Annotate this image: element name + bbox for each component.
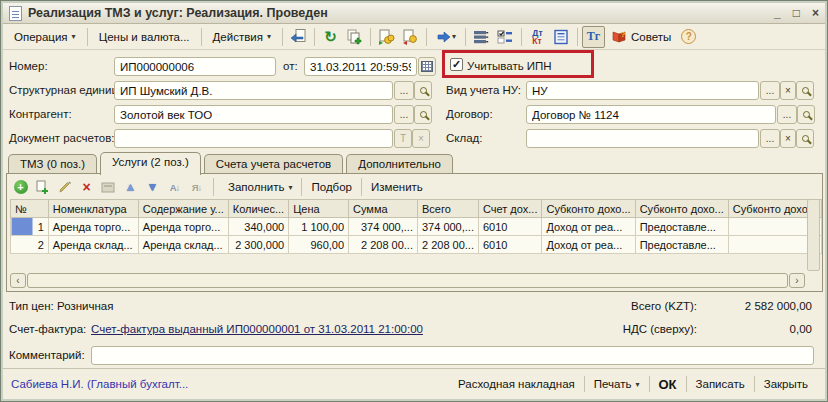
nomer-field[interactable] [114,57,276,76]
horizontal-scrollbar[interactable]: ‹ › [10,273,805,288]
kontragent-field[interactable] [114,105,393,124]
zapolnit-button[interactable]: Заполнить▾ [222,179,298,195]
column-header[interactable]: Сумма [349,200,418,218]
copy-row-button[interactable] [34,179,51,196]
maximize-button[interactable]: □ [793,6,800,20]
table-cell[interactable]: Аренда торго... [48,218,138,236]
dokument-raschetov-clear-button[interactable]: × [412,129,430,148]
table-cell[interactable]: 2 208 00... [349,236,418,254]
table-cell[interactable]: 2 208 00... [417,236,478,254]
add-row-button[interactable]: + [12,179,29,196]
table-cell[interactable]: 1 100,00 [289,218,349,236]
sklad-field[interactable] [526,129,759,148]
ok-button[interactable]: ОК [650,375,686,394]
delete-row-button[interactable]: × [78,179,95,196]
zakryt-button[interactable]: Закрыть [755,376,817,392]
go-to-icon[interactable]: ▾ [431,26,461,48]
report-icon[interactable] [550,26,573,48]
zapisat-button[interactable]: Записать [687,376,754,392]
table-cell[interactable]: 2 [11,236,49,254]
sort-desc-button[interactable]: Я↓ [188,179,205,196]
table-cell[interactable]: Аренда склад... [138,236,228,254]
column-header[interactable]: Количес... [228,200,288,218]
schet-faktura-link[interactable]: Счет-фактура выданный ИП000000001 от 31.… [91,323,423,335]
sort-asc-button[interactable]: А↓ [166,179,183,196]
structure-list-icon[interactable] [470,26,493,48]
post-document-icon[interactable] [375,26,398,48]
edit-row-button[interactable] [56,179,73,196]
kommentariy-field[interactable] [91,346,814,365]
column-header[interactable]: Субконто дохо... [635,200,728,218]
tab-tmz[interactable]: ТМЗ (0 поз.) [8,154,97,175]
table-cell[interactable]: Предоставле... [635,218,728,236]
table-cell[interactable]: 6010 [478,236,541,254]
tab-uslugi[interactable]: Услуги (2 поз.) [100,152,201,175]
rashodnaya-nakladnaya-button[interactable]: Расходная накладная [449,376,584,392]
dokument-raschetov-field[interactable] [114,129,393,148]
date-field[interactable] [304,57,417,76]
sklad-select-button[interactable]: ... [760,129,780,148]
column-header[interactable]: Субконто дохо... [542,200,635,218]
table-cell[interactable]: Предоставле... [635,236,728,254]
kontragent-select-button[interactable]: ... [394,105,414,124]
operaciya-menu[interactable]: Операция ▾ [7,28,83,46]
dt-kt-posting-icon[interactable]: ДтКт [526,26,549,48]
izmenit-button[interactable]: Изменить [365,179,429,195]
table-cell[interactable]: Аренда склад... [48,236,138,254]
reread-document-icon[interactable] [287,26,310,48]
table-row[interactable]: 2Аренда склад...Аренда склад...2 300,000… [11,236,822,254]
dogovor-field[interactable] [526,105,776,124]
vid-ucheta-clear-button[interactable]: × [780,81,796,100]
deystviya-menu[interactable]: Действия ▾ [206,28,278,46]
table-cell[interactable]: Доход от реа... [542,236,635,254]
table-cell[interactable]: 374 000,... [417,218,478,236]
table-cell[interactable]: 2 300,000 [228,236,288,254]
vertical-scrollbar[interactable] [807,199,820,271]
refresh-icon[interactable]: ↻ [319,26,342,48]
calendar-picker-button[interactable] [418,57,436,76]
kontragent-open-button[interactable] [414,105,432,124]
dogovor-select-button[interactable]: ... [777,105,797,124]
scroll-left-button[interactable]: ‹ [10,273,26,288]
copy-document-icon[interactable] [343,26,366,48]
podbor-button[interactable]: Подбор [305,179,358,195]
move-up-button[interactable]: ▲ [122,179,139,196]
scroll-right-button[interactable]: › [789,273,805,288]
column-header[interactable]: Цена [289,200,349,218]
vid-ucheta-select-button[interactable]: ... [760,81,780,100]
vid-ucheta-open-button[interactable] [796,81,814,100]
table-cell[interactable]: Аренда торго... [138,218,228,236]
pechat-button[interactable]: Печать▾ [585,376,649,392]
table-cell[interactable]: 960,00 [289,236,349,254]
column-header[interactable]: № [11,200,49,218]
tenge-toggle-button[interactable]: Тг [582,26,605,48]
strukturnaya-select-button[interactable]: ... [394,81,414,100]
tab-scheta-ucheta[interactable]: Счета учета расчетов [204,154,343,175]
vid-ucheta-field[interactable] [526,81,759,100]
strukturnaya-field[interactable] [114,81,393,100]
column-header[interactable]: Всего [417,200,478,218]
uchityvat-ipn-checkbox[interactable]: ✓ [450,58,463,71]
column-header[interactable]: Счет дох... [478,200,541,218]
unpost-document-icon[interactable] [399,26,422,48]
column-header[interactable]: Содержание у... [138,200,228,218]
help-icon[interactable]: ? [677,26,700,48]
column-visibility-icon[interactable] [494,26,517,48]
table-cell[interactable]: 340,000 [228,218,288,236]
tab-dopolnitelno[interactable]: Дополнительно [346,154,453,175]
finish-edit-button[interactable] [100,179,117,196]
ceny-i-valyuta-button[interactable]: Цены и валюта... [92,28,197,46]
minimize-button[interactable]: _ [774,6,781,20]
column-header[interactable]: Номенклатура [48,200,138,218]
scrollbar-thumb[interactable] [27,273,788,288]
dokument-raschetov-type-button[interactable]: T [394,129,412,148]
table-cell[interactable]: 1 [11,218,49,236]
move-down-button[interactable]: ▼ [144,179,161,196]
table-cell[interactable]: 6010 [478,218,541,236]
table-cell[interactable]: Доход от реа... [542,218,635,236]
close-button[interactable]: × [812,6,819,20]
table-cell[interactable]: 374 000,... [349,218,418,236]
sovety-button[interactable]: ? Советы [606,27,676,46]
sklad-clear-button[interactable]: × [780,129,796,148]
sklad-open-button[interactable] [796,129,814,148]
